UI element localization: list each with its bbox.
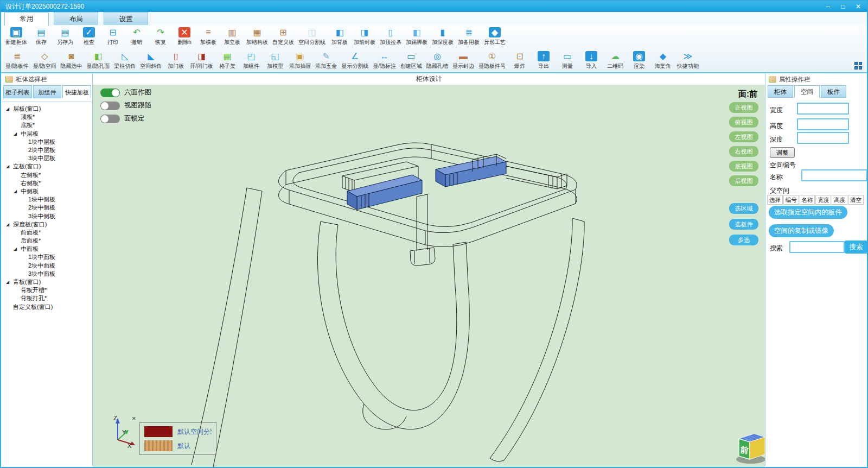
ribbon-tab[interactable]: 设置 (104, 12, 148, 25)
tree-item[interactable]: ◢ 中面板 (2, 245, 92, 253)
toolbar-button[interactable]: ✕ 删除h (173, 26, 196, 46)
toolbar-button[interactable]: ① 显隐板件号 (476, 49, 508, 70)
toolbar-button[interactable]: ▣ 新建柜体 (3, 26, 29, 46)
tree-caret-icon[interactable]: ◢ (6, 280, 13, 284)
toolbar-button[interactable]: ◺ 梁柱切角 (112, 49, 138, 70)
toolbar-button[interactable]: ◨ 开/闭门板 (188, 49, 215, 70)
toolbar-button[interactable]: ▣ 添加抽屉 (287, 49, 313, 70)
tree-caret-icon[interactable]: ◢ (14, 189, 21, 194)
toolbar-button[interactable]: ↓ 导入 (579, 49, 603, 70)
toolbar-button[interactable]: ↶ 撤销 (125, 26, 149, 46)
select-mode-button[interactable]: 选板件 (729, 219, 758, 230)
toolbar-button[interactable]: ▤ 另存为 (53, 26, 77, 46)
toolbar-button[interactable]: ◣ 空间斜角 (138, 49, 164, 70)
toolbar-button[interactable]: ◎ 隐藏孔槽 (424, 49, 450, 70)
view-button[interactable]: 后视图 (729, 175, 758, 186)
view-button[interactable]: 正视图 (729, 102, 758, 113)
toolbar-button[interactable]: ⊞ 自定义板 (270, 26, 296, 46)
table-header-cell[interactable]: 选择 (767, 195, 783, 205)
tree-item[interactable]: 右侧板* (2, 179, 92, 187)
ribbon-tab[interactable]: 常用 (4, 12, 49, 26)
tree-item[interactable]: ◢ 立板(窗口) (2, 162, 92, 170)
height-input[interactable] (797, 118, 849, 130)
tree-caret-icon[interactable]: ◢ (6, 106, 13, 111)
tree-item[interactable]: ◢ 中层板 (2, 130, 92, 138)
select-mode-button[interactable]: 选区域 (729, 203, 758, 214)
toolbar-button[interactable]: ↔ 显/隐标注 (371, 49, 398, 70)
tree-item[interactable]: 1块中面板 (2, 253, 92, 261)
search-button[interactable]: 搜索 (845, 241, 867, 254)
toolbar-button[interactable]: ▬ 显示封边 (450, 49, 476, 70)
toolbar-button[interactable]: ↷ 恢复 (149, 26, 173, 46)
toolbar-button[interactable]: ◧ 加背板 (328, 26, 352, 46)
tree-item[interactable]: 自定义板(窗口) (2, 303, 92, 311)
view-button[interactable]: 俯视图 (729, 117, 758, 128)
toolbar-button[interactable]: ▦ 格子架 (215, 49, 239, 70)
tree-item[interactable]: 前面板* (2, 229, 92, 237)
toolbar-button[interactable]: ▭ 创建区域 (398, 49, 424, 70)
tree-caret-icon[interactable]: ◢ (14, 131, 21, 136)
table-header-cell[interactable]: 名称 (800, 195, 815, 205)
tree-item[interactable]: 背板打孔* (2, 294, 92, 302)
table-header-cell[interactable]: 编号 (783, 195, 799, 205)
toolbar-button[interactable]: ∠ 显示分割线 (339, 49, 371, 70)
orientation-cube[interactable]: 前 (735, 423, 765, 465)
toolbar-button[interactable]: ↑ 导出 (532, 49, 556, 70)
view-button[interactable]: 底视图 (729, 161, 758, 172)
toolbar-button[interactable]: ☁ 二维码 (603, 49, 627, 70)
tree-caret-icon[interactable]: ◢ (6, 164, 13, 169)
toolbar-button[interactable]: ≣ 加备用板 (456, 26, 482, 46)
tree-item[interactable]: 2块中面板 (2, 262, 92, 270)
tree-item[interactable]: ◢ 深度板(窗口) (2, 220, 92, 229)
toolbar-button[interactable]: ◧ 加踢脚板 (404, 26, 430, 46)
sidebar-tab[interactable]: 柜子列表 (3, 85, 32, 98)
tree-item[interactable]: 1块中层板 (2, 138, 92, 146)
properties-tab[interactable]: 空间 (794, 85, 820, 98)
title-bar[interactable]: 设计订单2025000272-1590 – □ ✕ (1, 1, 867, 12)
pick-boards-in-space-button[interactable]: 选取指定空间内的板件 (769, 206, 847, 219)
toolbar-button[interactable]: ◨ 加前封板 (352, 26, 378, 46)
sidebar-tab[interactable]: 加组件 (33, 85, 62, 98)
toggle-switch[interactable] (100, 115, 120, 123)
tree-item[interactable]: 1块中侧板 (2, 195, 92, 204)
toolbar-button[interactable]: ✓ 检查 (77, 26, 101, 46)
tree-item[interactable]: 3块中层板 (2, 154, 92, 162)
view-button[interactable]: 右视图 (729, 146, 758, 157)
toolbar-button[interactable]: ≣ 显/隐板件 (3, 49, 31, 70)
copy-mirror-space-button[interactable]: 空间的复制或镜像 (769, 224, 834, 237)
tree-item[interactable]: 顶板* (2, 113, 92, 121)
tree-caret-icon[interactable]: ◢ (6, 222, 13, 227)
toolbar-button[interactable]: ◧ 显/隐孔面 (85, 49, 112, 70)
close-button[interactable]: ✕ (851, 1, 866, 12)
properties-tab[interactable]: 柜体 (768, 85, 793, 98)
toolbar-button[interactable]: ✎ 添加五金 (313, 49, 339, 70)
tree-item[interactable]: 3块中侧板 (2, 212, 92, 220)
tree-item[interactable]: 2块中层板 (2, 146, 92, 154)
tree-item[interactable]: ◢ 中侧板 (2, 187, 92, 195)
minimize-button[interactable]: – (820, 1, 835, 12)
tree-item[interactable]: 左侧板* (2, 171, 92, 179)
view-button[interactable]: 左视图 (729, 131, 758, 142)
toolbar-button[interactable]: ▯ 加顶拉条 (378, 26, 404, 46)
select-mode-button[interactable]: 多选 (729, 235, 758, 245)
design-viewport[interactable]: 六面作图 视图跟随 面锁定 面:前 正视图俯视图左视图右视图底视图后视图 选区域… (93, 85, 765, 468)
toolbar-button[interactable]: ◫ 空间分割线 (296, 26, 328, 46)
toolbar-button[interactable]: ≡ 加横板 (196, 26, 220, 46)
toolbar-button[interactable]: ▮ 加深度板 (430, 26, 456, 46)
tree-item[interactable]: 后面板* (2, 237, 92, 245)
toggle-switch[interactable] (100, 102, 120, 110)
toolbar-button[interactable]: ◰ 加组件 (239, 49, 263, 70)
toolbar-button[interactable]: ▦ 加结构板 (244, 26, 270, 46)
maximize-button[interactable]: □ (835, 1, 851, 12)
tree-item[interactable]: 底板* (2, 121, 92, 129)
toolbar-button[interactable]: ◙ 隐藏选中 (59, 49, 85, 70)
legend-close-icon[interactable]: × (132, 415, 136, 422)
toolbar-button[interactable]: ▤ 保存 (29, 26, 53, 46)
toolbar-button[interactable]: ◆ 海棠角 (651, 49, 675, 70)
toolbar-button[interactable]: ▭ 测量 (556, 49, 579, 70)
tree-item[interactable]: 2块中侧板 (2, 204, 92, 212)
toolbar-button[interactable]: ▯ 加门板 (164, 49, 188, 70)
tree-item[interactable]: ◢ 层板(窗口) (2, 105, 92, 113)
toolbar-button[interactable]: ◆ 异形工艺 (482, 26, 508, 46)
ribbon-tab[interactable]: 布局 (54, 12, 98, 25)
